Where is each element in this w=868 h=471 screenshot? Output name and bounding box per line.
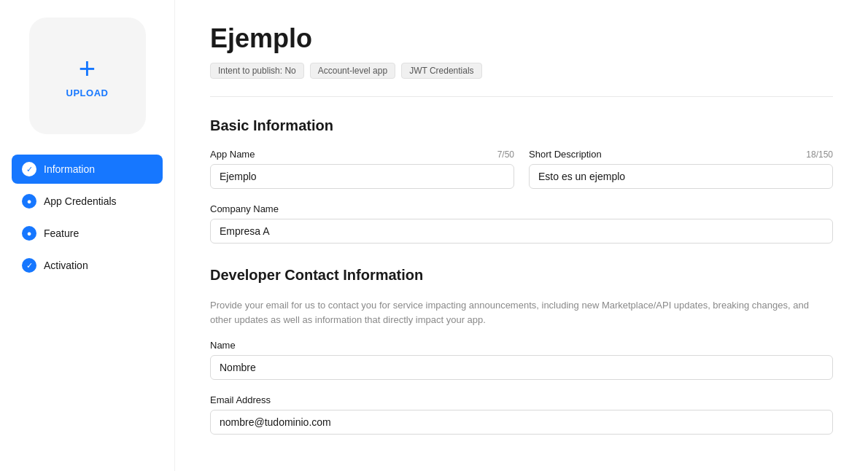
badge-publish: Intent to publish: No (210, 63, 304, 79)
company-name-header: Company Name (210, 203, 833, 214)
dot-icon-feature: ● (22, 226, 36, 241)
check-icon-activation: ✓ (22, 258, 36, 273)
short-description-group: Short Description 18/150 (529, 149, 833, 189)
dev-name-input[interactable] (210, 355, 833, 380)
short-description-counter: 18/150 (806, 149, 833, 160)
dev-contact-subtitle: Provide your email for us to contact you… (210, 298, 833, 327)
app-name-input[interactable] (210, 164, 514, 189)
dev-email-header: Email Address (210, 394, 833, 405)
basic-info-title: Basic Information (210, 117, 833, 134)
sidebar-item-feature[interactable]: ● Feature (12, 219, 163, 248)
sidebar: + UPLOAD ✓ Information ● App Credentials… (0, 0, 175, 471)
upload-button[interactable]: + UPLOAD (29, 17, 146, 134)
dot-icon-credentials: ● (22, 194, 36, 209)
dev-email-label: Email Address (210, 394, 271, 405)
sidebar-item-activation[interactable]: ✓ Activation (12, 251, 163, 280)
company-name-label: Company Name (210, 203, 279, 214)
dev-contact-title: Developer Contact Information (210, 267, 833, 284)
divider-top (210, 96, 833, 97)
dev-email-input[interactable] (210, 410, 833, 435)
short-description-input[interactable] (529, 164, 833, 189)
main-content: Ejemplo Intent to publish: No Account-le… (175, 0, 868, 471)
short-description-header: Short Description 18/150 (529, 149, 833, 160)
sidebar-item-information[interactable]: ✓ Information (12, 155, 163, 184)
badge-row: Intent to publish: No Account-level app … (210, 63, 833, 79)
sidebar-nav: ✓ Information ● App Credentials ● Featur… (12, 155, 163, 280)
sidebar-item-app-credentials[interactable]: ● App Credentials (12, 187, 163, 216)
dev-email-group: Email Address (210, 394, 833, 435)
page-title: Ejemplo (210, 23, 833, 54)
sidebar-item-activation-label: Activation (44, 260, 88, 271)
app-name-counter: 7/50 (497, 149, 514, 160)
app-name-header: App Name 7/50 (210, 149, 514, 160)
check-icon: ✓ (22, 162, 36, 176)
company-name-input[interactable] (210, 219, 833, 244)
badge-account-level: Account-level app (310, 63, 395, 79)
company-name-group: Company Name (210, 203, 833, 244)
sidebar-item-information-label: Information (44, 163, 95, 175)
short-description-label: Short Description (529, 149, 602, 160)
dev-name-header: Name (210, 340, 833, 351)
upload-label: UPLOAD (66, 87, 109, 98)
upload-plus-icon: + (79, 54, 96, 83)
app-name-description-row: App Name 7/50 Short Description 18/150 (210, 149, 833, 189)
badge-jwt: JWT Credentials (401, 63, 481, 79)
dev-name-label: Name (210, 340, 236, 351)
app-name-label: App Name (210, 149, 255, 160)
dev-name-group: Name (210, 340, 833, 380)
sidebar-item-feature-label: Feature (44, 227, 79, 239)
app-name-group: App Name 7/50 (210, 149, 514, 189)
sidebar-item-app-credentials-label: App Credentials (44, 195, 117, 207)
